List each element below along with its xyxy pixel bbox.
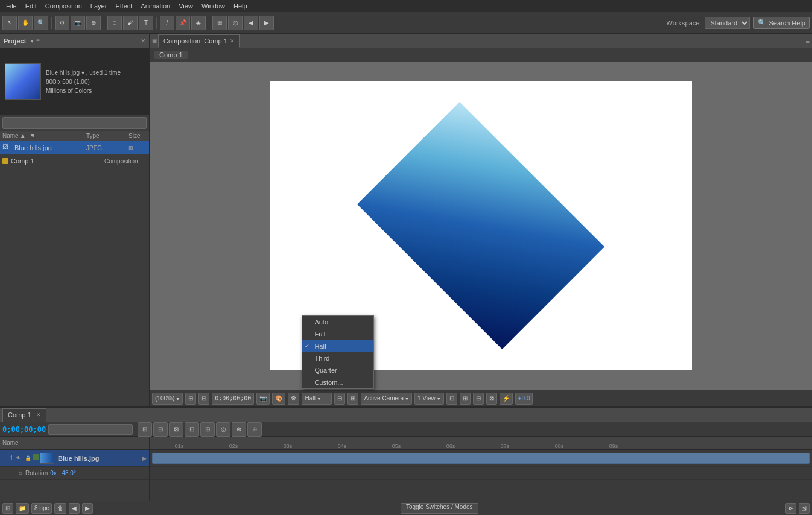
tool-select[interactable]: ↖ (2, 16, 17, 30)
tl-ctrl-7[interactable]: ⊗ (232, 422, 246, 437)
ctrl-more-btn[interactable]: ⊠ (486, 393, 497, 405)
tool-pen[interactable]: / (160, 16, 174, 30)
ctrl-camera-view-btn[interactable]: Active Camera (361, 393, 412, 405)
footer-open-btn[interactable]: 📁 (16, 503, 29, 514)
footer-trash-btn[interactable]: 🗑 (54, 503, 66, 514)
layer-label-icon[interactable] (33, 454, 39, 460)
ctrl-color-btn[interactable]: 🎨 (272, 393, 285, 405)
workspace-select[interactable]: Standard (705, 17, 750, 29)
quality-option-third[interactable]: Third (302, 352, 373, 364)
quality-option-full[interactable]: Full (302, 328, 373, 340)
tool-prev[interactable]: ◀ (244, 16, 258, 30)
timeline-body: Name 1 👁 🔒 Blue hills.jpg ▶ ↻ Rotation 0… (0, 437, 812, 501)
menu-animation[interactable]: Animation (137, 1, 174, 11)
quality-option-half[interactable]: ✓ Half (302, 340, 373, 352)
track-row-1[interactable] (150, 450, 812, 467)
menu-composition[interactable]: Composition (42, 1, 86, 11)
ctrl-snap-btn[interactable]: ⚡ (500, 393, 513, 405)
menu-file[interactable]: File (2, 1, 21, 11)
tool-zoom[interactable]: 🔍 (34, 16, 48, 30)
tool-hand[interactable]: ✋ (18, 16, 33, 30)
ctrl-3d-btn[interactable]: ⊞ (460, 393, 471, 405)
tool-paint[interactable]: 🖌 (123, 16, 138, 30)
project-item-blue-hills[interactable]: 🖼 Blue hills.jpg JPEG ⊞ (0, 141, 149, 154)
layer-controls-bar: Name (0, 437, 149, 450)
timeline-search-input[interactable] (48, 424, 133, 435)
tl-ctrl-6[interactable]: ◎ (216, 422, 230, 437)
timeline-tab-comp1[interactable]: Comp 1 ✕ (2, 408, 46, 422)
project-item-comp1[interactable]: Comp 1 Composition (0, 154, 149, 168)
tl-ctrl-3[interactable]: ⊠ (169, 422, 183, 437)
quality-dropdown-btn[interactable]: Half (302, 393, 332, 405)
layer-row-blue-hills[interactable]: 1 👁 🔒 Blue hills.jpg ▶ (0, 450, 149, 467)
ctrl-view-layout-btn[interactable]: 1 View (414, 393, 444, 405)
ctrl-wireframe-btn[interactable]: ⊟ (334, 393, 345, 405)
layer-lock-icon[interactable]: 🔒 (24, 454, 32, 463)
quality-option-auto[interactable]: Auto (302, 316, 373, 328)
ctrl-timecode-btn[interactable]: 0;00;00;00 (212, 393, 254, 405)
search-help-box[interactable]: 🔍 Search Help (753, 17, 810, 29)
ctrl-settings-btn[interactable]: ⚙ (288, 393, 299, 405)
ctrl-magnification-btn[interactable]: (100%) (152, 393, 183, 405)
tl-ctrl-1[interactable]: ⊞ (138, 422, 152, 437)
project-search-input[interactable] (2, 117, 147, 129)
offset-value: +0.0 (518, 395, 530, 402)
quality-dropdown-menu: Auto Full ✓ Half Third Qua (302, 315, 374, 389)
tool-transform[interactable]: ⊞ (212, 16, 227, 30)
tool-pin[interactable]: 📌 (176, 16, 190, 30)
tool-stamp[interactable]: ◈ (191, 16, 206, 30)
tool-orbit[interactable]: ⊕ (86, 16, 101, 30)
footer-go-end-btn[interactable]: ⊴ (799, 503, 810, 514)
menu-layer[interactable]: Layer (87, 1, 111, 11)
tl-ctrl-8[interactable]: ⊕ (247, 422, 262, 437)
project-panel: Project ▾ ≡ ✕ Blue hills.jpg ▾ , used 1 … (0, 34, 150, 406)
ruler-ticks: 01s 02s 03s 04s 05s 06s 07s 08s 09s (152, 443, 810, 449)
project-panel-close-icon[interactable]: ✕ (141, 37, 145, 44)
item-size-blue-hills: ⊞ (128, 145, 147, 151)
timeline-tab-close-icon[interactable]: ✕ (36, 412, 41, 418)
tl-ctrl-2[interactable]: ⊟ (153, 422, 168, 437)
item-name-blue-hills: Blue hills.jpg (14, 144, 86, 151)
footer-next-btn[interactable]: ▶ (82, 503, 93, 514)
quality-dropdown-container: Half Auto Full ✓ Half (302, 393, 332, 405)
tool-anchor[interactable]: ◎ (228, 16, 243, 30)
breadcrumb-comp1[interactable]: Comp 1 (154, 51, 188, 59)
layer-visible-icon[interactable]: 👁 (14, 454, 23, 463)
tool-next[interactable]: ▶ (259, 16, 274, 30)
tool-rect[interactable]: □ (107, 16, 122, 30)
menu-effect[interactable]: Effect (112, 1, 136, 11)
ctrl-grid-btn[interactable]: ⊞ (185, 393, 196, 405)
magnification-arrow-icon (176, 395, 180, 402)
tl-ctrl-5[interactable]: ⊞ (200, 422, 215, 437)
ctrl-grid2-btn[interactable]: ⊟ (198, 393, 209, 405)
timeline-tab-bar: Comp 1 ✕ (0, 408, 812, 422)
comp-tab-close-icon[interactable]: ✕ (230, 38, 235, 44)
menu-view[interactable]: View (175, 1, 197, 11)
layer-expand-icon[interactable]: ▶ (142, 455, 147, 461)
menu-edit[interactable]: Edit (22, 1, 40, 11)
footer-toggle-switches-btn[interactable]: Toggle Switches / Modes (401, 503, 478, 514)
comp-tab-active[interactable]: Composition: Comp 1 ✕ (158, 34, 240, 48)
tool-rotate[interactable]: ↺ (55, 16, 69, 30)
menu-help[interactable]: Help (230, 1, 251, 11)
footer-go-start-btn[interactable]: ⊳ (785, 503, 796, 514)
ctrl-motion-btn[interactable]: ⊟ (473, 393, 484, 405)
footer-prev-btn[interactable]: ◀ (69, 503, 80, 514)
ctrl-offset-btn[interactable]: +0.0 (515, 393, 533, 405)
footer-bpc-btn[interactable]: 8 bpc (31, 503, 52, 514)
layer-sub-rotation: ↻ Rotation 0x +48.0° (0, 467, 149, 480)
comp-tab-menu-icon[interactable]: ≡ (806, 37, 810, 45)
menu-window[interactable]: Window (198, 1, 229, 11)
quality-option-quarter[interactable]: Quarter (302, 364, 373, 376)
footer-new-comp-btn[interactable]: ⊞ (2, 503, 13, 514)
project-panel-menu-icon[interactable]: ≡ (36, 37, 40, 44)
tool-camera[interactable]: 📷 (71, 16, 85, 30)
ruler-tick-8s: 08s (532, 443, 586, 449)
ctrl-camera-icon-btn[interactable]: 📷 (256, 393, 270, 405)
quality-option-custom[interactable]: Custom... (302, 376, 373, 388)
ctrl-render-btn[interactable]: ⊡ (446, 393, 457, 405)
tl-ctrl-4[interactable]: ⊡ (185, 422, 199, 437)
ruler-tick-6s: 06s (423, 443, 478, 449)
ctrl-grid3-btn[interactable]: ⊞ (347, 393, 358, 405)
tool-text[interactable]: T (139, 16, 153, 30)
